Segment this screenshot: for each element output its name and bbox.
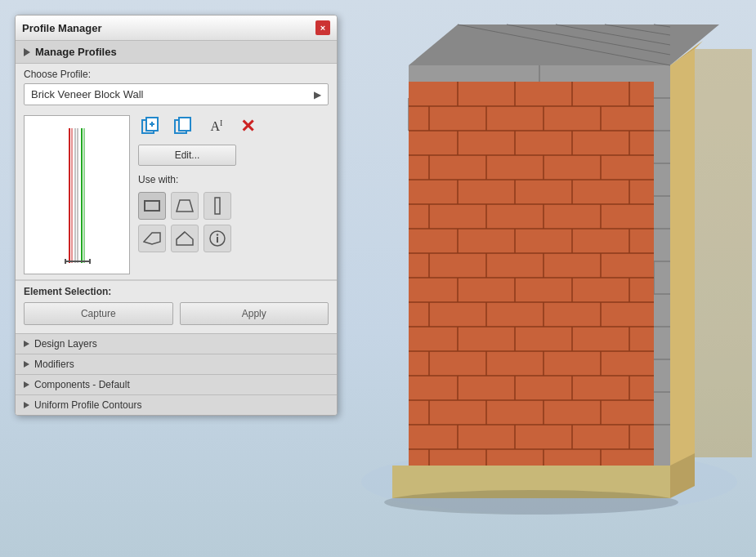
edit-button[interactable]: Edit... (138, 145, 236, 166)
uniform-profile-triangle-icon (24, 402, 29, 408)
dialog-title: Profile Manager (22, 22, 102, 34)
svg-marker-43 (409, 82, 654, 466)
delete-button[interactable]: ✕ (236, 115, 259, 138)
apply-button[interactable]: Apply (180, 302, 329, 325)
rename-button[interactable]: AI (204, 115, 230, 138)
svg-point-149 (217, 234, 218, 235)
main-content-area: AI ✕ Edit... Use with: (16, 110, 337, 280)
svg-rect-141 (145, 201, 159, 211)
expand-triangle-icon (24, 48, 30, 56)
toolbar-row: AI ✕ (138, 115, 329, 138)
close-button[interactable]: × (315, 20, 330, 35)
components-default-section[interactable]: Components - Default (16, 374, 337, 394)
components-triangle-icon (24, 381, 29, 388)
svg-marker-144 (144, 233, 160, 244)
use-with-column-button[interactable] (204, 192, 231, 220)
profile-preview-canvas (24, 115, 130, 274)
use-with-roof-button[interactable] (171, 225, 199, 252)
slab-icon (143, 232, 161, 245)
svg-marker-142 (177, 200, 193, 212)
use-with-info-button[interactable] (204, 225, 231, 252)
uniform-profile-section[interactable]: Uniform Profile Contours (16, 394, 337, 415)
beam-icon (176, 199, 194, 212)
modifiers-label: Modifiers (34, 359, 74, 370)
use-with-wall-button[interactable] (138, 192, 166, 220)
delete-icon: ✕ (240, 116, 255, 137)
add-copy-button[interactable] (138, 115, 164, 138)
design-layers-triangle-icon (24, 341, 29, 347)
element-selection-label: Element Selection: (24, 286, 329, 297)
rename-icon: AI (211, 118, 223, 134)
profile-manager-dialog: Profile Manager × Manage Profiles Choose… (15, 15, 338, 416)
add-copy-icon (141, 116, 162, 137)
dialog-titlebar: Profile Manager × (16, 16, 337, 41)
profile-dropdown[interactable]: Brick Veneer Block Wall ▶ (24, 83, 329, 105)
modifiers-section[interactable]: Modifiers (16, 354, 337, 374)
element-selection-section: Element Selection: Capture Apply (16, 280, 337, 333)
info-icon (208, 229, 226, 247)
copy-icon (173, 116, 195, 137)
capture-apply-row: Capture Apply (24, 302, 329, 325)
svg-marker-145 (177, 232, 193, 245)
svg-rect-143 (215, 198, 220, 214)
design-layers-section[interactable]: Design Layers (16, 333, 337, 354)
copy-button[interactable] (171, 115, 197, 138)
components-label: Components - Default (34, 379, 130, 390)
choose-profile-section: Choose Profile: Brick Veneer Block Wall … (16, 64, 337, 110)
manage-profiles-section[interactable]: Manage Profiles (16, 41, 337, 64)
modifiers-triangle-icon (24, 361, 29, 368)
column-icon (212, 197, 222, 215)
wall-scene (343, 0, 756, 557)
svg-line-146 (177, 232, 185, 239)
profile-dropdown-text: Brick Veneer Block Wall (31, 88, 144, 100)
design-layers-label: Design Layers (34, 338, 97, 350)
dropdown-arrow-icon: ▶ (314, 89, 321, 100)
svg-marker-42 (695, 49, 752, 457)
use-with-beam-button[interactable] (171, 192, 199, 220)
right-panel: AI ✕ Edit... Use with: (138, 115, 329, 274)
dialog-body: Manage Profiles Choose Profile: Brick Ve… (16, 41, 337, 415)
profile-preview-svg (25, 116, 131, 275)
svg-rect-140 (179, 118, 190, 131)
manage-profiles-label: Manage Profiles (35, 46, 117, 58)
svg-point-125 (384, 490, 678, 515)
use-with-slab-button[interactable] (138, 225, 166, 252)
use-with-icons-grid (138, 192, 329, 254)
capture-button[interactable]: Capture (24, 302, 173, 325)
roof-icon (176, 231, 194, 246)
svg-marker-40 (670, 49, 695, 474)
wall-icon (144, 198, 160, 213)
use-with-label: Use with: (138, 174, 329, 185)
choose-profile-label: Choose Profile: (24, 69, 329, 80)
uniform-profile-label: Uniform Profile Contours (34, 399, 141, 411)
